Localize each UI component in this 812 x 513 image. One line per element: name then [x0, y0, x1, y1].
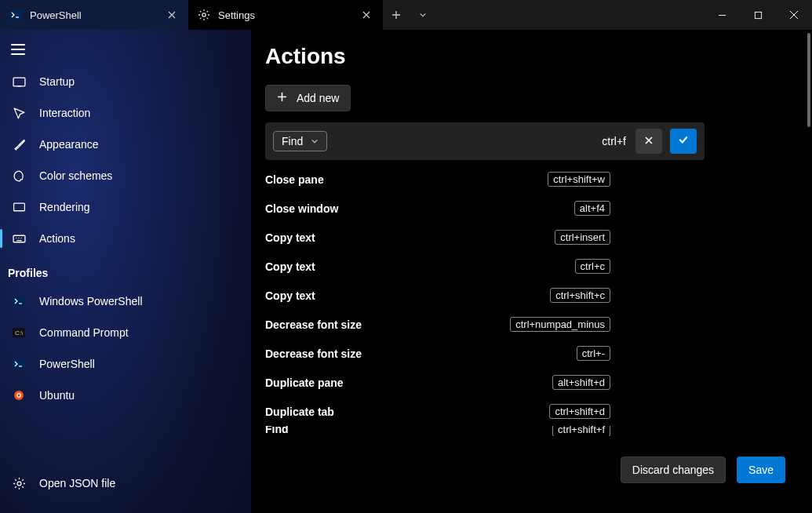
tab-label: Settings	[218, 9, 351, 21]
sidebar-item-label: Color schemes	[39, 169, 112, 182]
sidebar-item-color-schemes[interactable]: Color schemes	[0, 160, 251, 191]
tab-label: PowerShell	[30, 9, 157, 21]
action-row[interactable]: Copy textctrl+shift+c	[265, 281, 610, 310]
action-row[interactable]: Close panectrl+shift+w	[265, 165, 610, 194]
powershell-icon	[11, 293, 27, 309]
action-row[interactable]: Findctrl+shift+f	[265, 426, 610, 436]
add-new-label: Add new	[297, 92, 339, 104]
profile-ubuntu[interactable]: Ubuntu	[0, 380, 251, 411]
sidebar-item-label: PowerShell	[39, 358, 95, 370]
shortcut-input[interactable]: ctrl+f	[600, 132, 628, 151]
svg-rect-6	[13, 297, 25, 306]
sidebar-item-label: Windows PowerShell	[39, 295, 143, 307]
sidebar-item-actions[interactable]: Actions	[0, 223, 251, 254]
sidebar-item-startup[interactable]: Startup	[0, 66, 251, 97]
new-tab-button[interactable]	[383, 0, 410, 30]
action-shortcut: ctrl+shift+w	[548, 172, 610, 187]
powershell-icon	[9, 9, 22, 21]
tab-powershell[interactable]: PowerShell	[0, 0, 188, 30]
tab-settings[interactable]: Settings	[188, 0, 383, 30]
action-name: Close pane	[265, 173, 324, 186]
action-name: Copy text	[265, 289, 315, 302]
close-icon[interactable]	[165, 8, 179, 22]
action-row[interactable]: Decrease font sizectrl+numpad_minus	[265, 310, 610, 339]
accept-edit-button[interactable]	[670, 129, 697, 154]
interaction-icon	[11, 105, 27, 121]
close-icon[interactable]	[359, 8, 373, 22]
action-shortcut: ctrl+insert	[555, 230, 610, 245]
action-row[interactable]: Copy textctrl+insert	[265, 223, 610, 252]
action-name: Duplicate tab	[265, 406, 334, 418]
sidebar-item-interaction[interactable]: Interaction	[0, 97, 251, 129]
close-icon	[644, 134, 654, 148]
ubuntu-icon	[11, 387, 27, 403]
action-row[interactable]: Decrease font sizectrl+-	[265, 339, 610, 368]
action-edit-row: Find ctrl+f	[265, 122, 705, 160]
profile-windows-powershell[interactable]: Windows PowerShell	[0, 286, 251, 317]
tab-dropdown-button[interactable]	[410, 0, 436, 30]
save-button[interactable]: Save	[737, 457, 785, 483]
action-shortcut: ctrl+shift+f	[552, 426, 610, 436]
action-name: Decrease font size	[265, 347, 362, 360]
action-row[interactable]: Duplicate panealt+shift+d	[265, 368, 610, 397]
cancel-edit-button[interactable]	[635, 129, 662, 154]
sidebar-item-label: Open JSON file	[39, 477, 115, 489]
rendering-icon	[11, 199, 27, 215]
sidebar-item-label: Interaction	[39, 107, 90, 119]
svg-rect-3	[13, 78, 25, 86]
sidebar-item-label: Command Prompt	[39, 326, 129, 339]
sidebar-item-label: Actions	[39, 232, 75, 245]
profile-powershell[interactable]: PowerShell	[0, 348, 251, 380]
sidebar-item-appearance[interactable]: Appearance	[0, 129, 251, 160]
action-shortcut: ctrl+shift+c	[550, 288, 610, 303]
sidebar-item-label: Appearance	[39, 138, 99, 151]
action-row[interactable]: Duplicate tabctrl+shift+d	[265, 397, 610, 426]
scrollbar[interactable]	[807, 30, 810, 441]
window-close-button[interactable]	[776, 0, 812, 30]
footer: Discard changes Save	[251, 441, 812, 513]
open-json-file[interactable]: Open JSON file	[0, 468, 251, 499]
profile-truncated[interactable]	[0, 411, 251, 419]
action-name: Close window	[265, 202, 338, 215]
title-bar: PowerShell Settings	[0, 0, 812, 30]
window-maximize-button[interactable]	[740, 0, 776, 30]
sidebar-item-label: Rendering	[39, 201, 90, 213]
action-name: Find	[265, 426, 289, 435]
startup-icon	[11, 74, 27, 89]
add-new-button[interactable]: Add new	[265, 85, 351, 111]
action-shortcut: alt+shift+d	[552, 375, 610, 390]
main-panel: Actions Add new Find ctrl+f	[251, 30, 812, 513]
svg-point-1	[202, 13, 206, 16]
svg-text:C:\: C:\	[15, 329, 24, 337]
action-row[interactable]: Copy textctrl+c	[265, 252, 610, 281]
svg-rect-5	[13, 235, 25, 242]
svg-rect-0	[9, 10, 22, 20]
sidebar-item-label: Ubuntu	[39, 389, 75, 402]
check-icon	[678, 134, 689, 148]
palette-icon	[11, 168, 27, 184]
profile-command-prompt[interactable]: C:\ Command Prompt	[0, 317, 251, 348]
action-shortcut: ctrl+-	[577, 346, 610, 361]
hamburger-button[interactable]	[0, 35, 251, 66]
powershell-icon	[11, 356, 27, 372]
action-name: Copy text	[265, 260, 315, 273]
keyboard-icon	[11, 231, 27, 246]
profiles-header: Profiles	[0, 254, 251, 286]
action-select-value: Find	[282, 135, 303, 147]
action-shortcut: ctrl+shift+d	[549, 404, 610, 419]
sidebar-item-rendering[interactable]: Rendering	[0, 191, 251, 223]
svg-point-10	[14, 391, 24, 400]
gear-icon	[198, 9, 210, 21]
sidebar: Startup Interaction Appearance Color sch…	[0, 30, 251, 513]
action-shortcut: ctrl+c	[575, 259, 610, 274]
appearance-icon	[11, 136, 27, 152]
action-name: Decrease font size	[265, 318, 362, 331]
cmd-icon: C:\	[11, 325, 27, 340]
discard-changes-button[interactable]: Discard changes	[621, 457, 726, 483]
sidebar-item-label: Startup	[39, 75, 75, 88]
action-row[interactable]: Close windowalt+f4	[265, 194, 610, 223]
action-shortcut: ctrl+numpad_minus	[510, 317, 610, 332]
window-minimize-button[interactable]	[704, 0, 740, 30]
svg-rect-4	[13, 203, 24, 211]
action-select[interactable]: Find	[273, 131, 327, 151]
